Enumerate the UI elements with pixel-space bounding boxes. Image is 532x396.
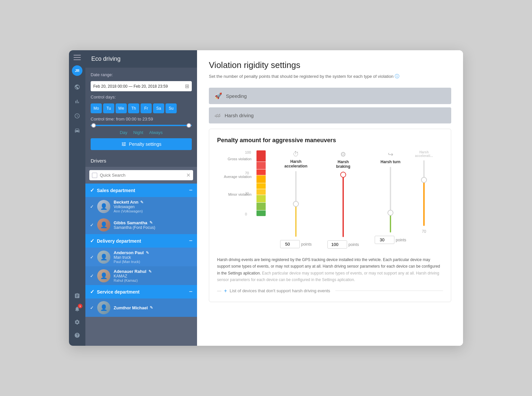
- accel-points-label: points: [301, 242, 312, 247]
- accel-points-input[interactable]: [280, 240, 300, 248]
- penalty-chart-title: Penalty amount for aggressive maneuvers: [217, 137, 443, 144]
- page-title: Violation rigidity settings: [209, 60, 451, 70]
- penalty-settings-button[interactable]: Penalty settings: [91, 138, 192, 150]
- driver-check: ✓: [90, 273, 94, 278]
- nav-sidebar: JR 1: [69, 50, 85, 346]
- date-range-value: Feb 20, 2018 00:00 — Feb 20, 2018 23:59: [93, 84, 168, 89]
- turn-icon: ↪: [388, 150, 393, 158]
- always-btn[interactable]: Always: [149, 130, 163, 135]
- driver-avatar-zumthor: 👤: [97, 301, 110, 314]
- driver-zumthor[interactable]: ✓ 👤 Zumthor Michael ✎: [85, 298, 197, 317]
- info-icon: ⓘ: [395, 74, 399, 79]
- search-clear-icon[interactable]: ✕: [186, 172, 190, 178]
- search-input[interactable]: [100, 173, 184, 178]
- driver-check: ✓: [90, 204, 94, 209]
- expand-line: [335, 291, 443, 291]
- driver-check: ✓: [90, 305, 94, 310]
- brake-icon: ⚙: [340, 150, 346, 158]
- harsh-turn-col: ↪ Harsh turn points: [367, 150, 414, 244]
- accel-icon: ⏱: [293, 150, 299, 158]
- accel-turn-label-partial: Harsh accelerati...: [415, 150, 433, 158]
- driver-name-adenauer: Adenauer Rahul ✎: [114, 269, 192, 274]
- days-row: Mo Tu We Th Fr Sa Su: [91, 103, 192, 113]
- driver-beckett[interactable]: ✓ 👤 Beckett Ann ✎ Volkswagen Ann (Volksw…: [85, 197, 197, 216]
- day-fr[interactable]: Fr: [141, 103, 152, 113]
- driver-vehicle-gibbs: Samantha (Ford Focus): [114, 225, 192, 230]
- car-icon[interactable]: [71, 124, 83, 136]
- time-slider[interactable]: [91, 125, 192, 126]
- speeding-label: Speeding: [226, 93, 247, 99]
- turn-points-input[interactable]: [375, 236, 394, 244]
- plus-expand-icon: +: [224, 288, 227, 294]
- day-sa[interactable]: Sa: [153, 103, 164, 113]
- main-window: JR 1: [69, 50, 463, 346]
- clipboard-icon[interactable]: [71, 290, 83, 302]
- dept-service[interactable]: ✓ Service department −: [85, 285, 197, 298]
- harsh-driving-label: Harsh driving: [225, 113, 254, 118]
- gear-icon[interactable]: [71, 316, 83, 328]
- driver-info-beckett: Beckett Ann ✎ Volkswagen Ann (Volkswagen…: [114, 200, 192, 213]
- day-mo[interactable]: Mo: [91, 103, 102, 113]
- severity-color-bar: [256, 150, 266, 216]
- day-we[interactable]: We: [116, 103, 127, 113]
- y-100: 100: [245, 150, 251, 154]
- day-su[interactable]: Su: [166, 103, 177, 113]
- y-minor-label: Minor violation: [228, 192, 252, 196]
- dept-check-icon: ✓: [90, 187, 94, 193]
- speeding-section[interactable]: 🚀 Speeding: [209, 88, 451, 104]
- turn-slider[interactable]: [389, 167, 392, 232]
- dept-collapse-icon: −: [189, 237, 192, 244]
- turn-label: Harsh turn: [381, 160, 401, 164]
- dept-sales[interactable]: ✓ Sales department −: [85, 184, 197, 197]
- bar-chart-icon[interactable]: [71, 96, 83, 107]
- night-btn[interactable]: Night: [133, 130, 143, 135]
- dept-delivery[interactable]: ✓ Delivery department −: [85, 234, 197, 248]
- dash-icon: —: [217, 288, 221, 293]
- driver-gibbs[interactable]: ✓ 👤 Gibbs Samantha ✎ Samantha (Ford Focu…: [85, 216, 197, 234]
- control-time-label: Control time: from 00:00 to 23:59: [91, 117, 192, 121]
- search-checkbox[interactable]: [92, 173, 97, 178]
- date-range-input[interactable]: Feb 20, 2018 00:00 — Feb 20, 2018 23:59 …: [91, 81, 192, 91]
- harsh-accel-col: ⏱ Harsh acceleration points: [272, 150, 320, 248]
- calendar-icon: ⊞: [185, 83, 189, 89]
- penalty-btn-label: Penalty settings: [129, 142, 162, 147]
- rocket-icon: 🚀: [215, 92, 222, 99]
- expand-label: List of devices that don't support harsh…: [230, 288, 330, 293]
- day-tu[interactable]: Tu: [103, 103, 114, 113]
- hamburger-menu[interactable]: [74, 55, 81, 60]
- day-btn[interactable]: Day: [120, 130, 127, 135]
- driver-avatar-anderson: 👤: [97, 251, 110, 264]
- user-avatar[interactable]: JR: [72, 65, 82, 76]
- driver-vehicle-anderson: Man truck: [114, 255, 192, 260]
- driver-avatar-beckett: 👤: [97, 200, 110, 213]
- accel-slider[interactable]: [295, 171, 297, 237]
- day-night-toggle: Day Night Always: [91, 130, 192, 135]
- globe-icon[interactable]: [71, 81, 83, 93]
- driver-name-beckett: Beckett Ann ✎: [114, 200, 192, 205]
- brake-points-input[interactable]: [327, 240, 347, 249]
- dept-delivery-name: Delivery department: [97, 238, 186, 244]
- notification-badge: 1: [78, 304, 82, 308]
- accel-turn-slider[interactable]: [423, 160, 425, 226]
- harsh-driving-section[interactable]: 🏎 Harsh driving: [209, 107, 451, 123]
- question-icon[interactable]: [71, 329, 83, 341]
- y-gross-label: Gross violation: [228, 157, 252, 161]
- driver-check: ✓: [90, 254, 94, 260]
- control-days-label: Control days:: [91, 95, 192, 99]
- driver-adenauer[interactable]: ✓ 👤 Adenauer Rahul ✎ KAMAZ Rahul (Kamaz): [85, 266, 197, 285]
- driver-avatar-adenauer: 👤: [97, 269, 110, 282]
- drivers-header: Drivers: [85, 155, 197, 167]
- driver-plate-adenauer: Rahul (Kamaz): [114, 278, 192, 282]
- driver-info-anderson: Anderson Paul ✎ Man truck Paul (Man truc…: [114, 250, 192, 264]
- clock-icon[interactable]: [71, 110, 83, 122]
- driver-plate-beckett: Ann (Volkswagen): [114, 209, 192, 213]
- brake-slider[interactable]: [342, 171, 344, 237]
- left-panel: Eco driving Date range: Feb 20, 2018 00:…: [85, 50, 197, 346]
- expand-devices-row[interactable]: — + List of devices that don't support h…: [217, 288, 443, 294]
- brake-points-label: points: [348, 242, 359, 247]
- dept-check-icon: ✓: [90, 238, 94, 244]
- panel-title: Eco driving: [85, 50, 197, 68]
- driver-anderson[interactable]: ✓ 👤 Anderson Paul ✎ Man truck Paul (Man …: [85, 248, 197, 266]
- driver-name-anderson: Anderson Paul ✎: [114, 250, 192, 255]
- day-th[interactable]: Th: [128, 103, 139, 113]
